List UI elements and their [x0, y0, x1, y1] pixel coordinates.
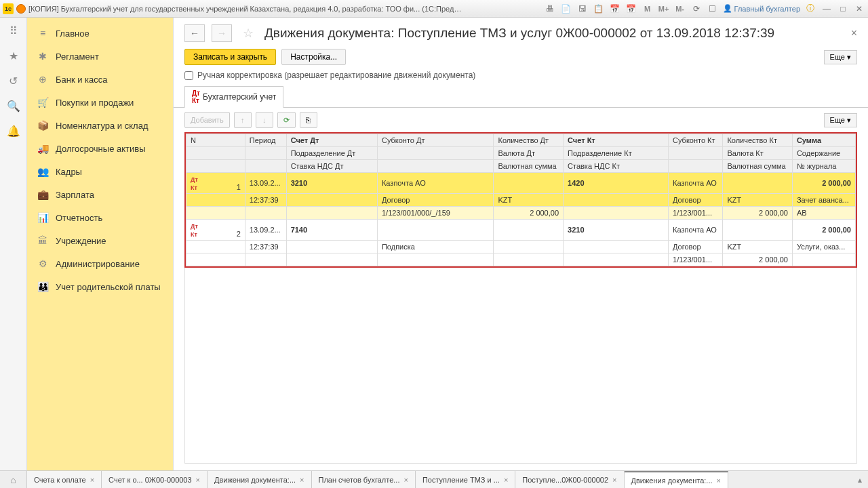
content: ← → ☆ Движения документа: Поступление ТМ…	[174, 18, 868, 470]
close-window-icon[interactable]: ✕	[853, 3, 865, 15]
family-icon: 👪	[37, 281, 49, 292]
bottom-tab[interactable]: Счет к о... 0Ж00-000003×	[102, 471, 208, 488]
bottom-tabs: ⌂ Счета к оплате× Счет к о... 0Ж00-00000…	[0, 470, 868, 488]
manual-edit-checkbox[interactable]	[184, 71, 193, 80]
sidebar-item-assets[interactable]: 🚚Долгосрочные активы	[27, 137, 173, 160]
people-icon: 👥	[37, 166, 49, 177]
cart-icon: 🛒	[37, 97, 49, 108]
m-minus-icon[interactable]: M-	[674, 3, 686, 15]
refresh-button[interactable]: ⟳	[277, 112, 296, 128]
tab-close-icon[interactable]: ×	[300, 476, 304, 484]
table-row[interactable]: 12:37:39ПодпискаДоговорKZTУслуги, оказ..…	[186, 241, 856, 253]
notify-icon[interactable]: 🔔	[7, 125, 20, 138]
tab-close-icon[interactable]: ×	[612, 476, 616, 484]
table-row[interactable]: ДтКт 2 13.09.2...71403210Казпочта АО2 00…	[186, 220, 856, 241]
tab-accounting[interactable]: ДтКт Бухгалтерский учет	[184, 86, 283, 108]
dt-kt-icon: ДтКт	[192, 89, 200, 104]
bank-icon: ⊕	[37, 74, 49, 85]
m-plus-icon[interactable]: M+	[658, 3, 670, 15]
move-down-button[interactable]: ↓	[256, 112, 273, 128]
maximize-icon[interactable]: □	[837, 3, 849, 15]
back-button[interactable]: ←	[184, 24, 205, 42]
app-logo-icon: 1c	[3, 3, 14, 14]
sidebar-item-admin[interactable]: ⚙Администрирование	[27, 252, 173, 275]
briefcase-icon: 💼	[37, 189, 49, 200]
add-button[interactable]: Добавить	[184, 112, 230, 128]
print2-icon[interactable]: 📄	[560, 3, 572, 15]
truck-icon: 🚚	[37, 143, 49, 154]
calc-icon[interactable]: 📅	[625, 3, 637, 15]
sidebar-item-salary[interactable]: 💼Зарплата	[27, 183, 173, 206]
table-row[interactable]: 1/123/001/000/_/1592 000,001/123/001...2…	[186, 207, 856, 220]
apps-icon[interactable]: ⠿	[9, 24, 18, 37]
collapse-tabs-icon[interactable]: ▴	[852, 471, 868, 488]
star-icon[interactable]: ☆	[243, 26, 254, 41]
sidebar-item-stock[interactable]: 📦Номенклатура и склад	[27, 114, 173, 137]
data-table[interactable]: NПериодСчет ДтСубконто ДтКоличество ДтСч…	[186, 134, 856, 266]
calendar-icon[interactable]: 📅	[609, 3, 621, 15]
gear-icon: ⚙	[37, 258, 49, 269]
tab-close-icon[interactable]: ×	[717, 476, 721, 485]
tab-close-icon[interactable]: ×	[90, 476, 94, 484]
settings-button[interactable]: Настройка...	[281, 49, 346, 65]
close-doc-icon[interactable]: ×	[851, 27, 857, 39]
table-row[interactable]: ДтКт 1 13.09.2...3210Казпочта АО1420Казп…	[186, 173, 856, 194]
compare-icon[interactable]: 📋	[593, 3, 605, 15]
bottom-tab-active[interactable]: Движения документа:...×	[625, 471, 728, 488]
search-icon[interactable]: 🔍	[7, 100, 20, 113]
bottom-tab[interactable]: Поступле...0Ж00-000002×	[515, 471, 624, 488]
history-nav-icon[interactable]: ↺	[9, 75, 18, 87]
manual-edit-label: Ручная корректировка (разрешает редактир…	[197, 70, 475, 80]
sidebar-item-main[interactable]: ≡Главное	[27, 22, 173, 45]
table-row[interactable]: 1/123/001...2 000,00	[186, 253, 856, 266]
bottom-tab[interactable]: Движения документа:...×	[208, 471, 311, 488]
bottom-tab[interactable]: Поступление ТМЗ и ...×	[416, 471, 515, 488]
tab-close-icon[interactable]: ×	[196, 476, 200, 484]
sidebar: ≡Главное ✱Регламент ⊕Банк и касса 🛒Покуп…	[27, 18, 174, 470]
history-icon[interactable]: ⟳	[690, 3, 703, 15]
save-icon[interactable]: 🖫	[576, 3, 589, 15]
panel-icon[interactable]: ☐	[707, 3, 719, 15]
dropdown-icon[interactable]	[16, 4, 26, 14]
building-icon: 🏛	[37, 235, 49, 246]
print-icon[interactable]: 🖶	[544, 3, 556, 15]
user-label[interactable]: 👤 Главный бухгалтер	[723, 4, 800, 13]
sidebar-item-org[interactable]: 🏛Учреждение	[27, 229, 173, 252]
sidebar-item-reglament[interactable]: ✱Регламент	[27, 45, 173, 68]
box-icon: 📦	[37, 120, 49, 131]
titlebar: 1c [КОПИЯ] Бухгалтерский учет для госуда…	[0, 0, 868, 18]
bottom-tab[interactable]: Счета к оплате×	[27, 471, 102, 488]
favorite-icon[interactable]: ★	[9, 49, 18, 62]
tab-close-icon[interactable]: ×	[403, 476, 408, 484]
grid: NПериодСчет ДтСубконто ДтКоличество ДтСч…	[184, 132, 857, 268]
minimize-icon[interactable]: —	[821, 3, 833, 15]
reglament-icon: ✱	[37, 51, 49, 62]
m-icon[interactable]: M	[642, 3, 654, 15]
menu-icon: ≡	[37, 28, 49, 39]
sidebar-item-parent[interactable]: 👪Учет родительской платы	[27, 275, 173, 298]
dt-kt-row-icon: ДтКт	[191, 176, 198, 191]
sidebar-item-trade[interactable]: 🛒Покупки и продажи	[27, 91, 173, 114]
table-row[interactable]: 12:37:39ДоговорKZTДоговорKZTЗачет аванса…	[186, 194, 856, 207]
home-tab-icon[interactable]: ⌂	[0, 471, 27, 488]
export-button[interactable]: ⎘	[300, 112, 317, 128]
info-icon[interactable]: ⓘ	[804, 3, 816, 15]
document-title: Движения документа: Поступление ТМЗ и ус…	[264, 26, 774, 41]
grid-more-button[interactable]: Еще ▾	[824, 113, 857, 127]
sidebar-item-bank[interactable]: ⊕Банк и касса	[27, 68, 173, 91]
move-up-button[interactable]: ↑	[234, 112, 252, 128]
tab-close-icon[interactable]: ×	[504, 476, 508, 484]
chart-icon: 📊	[37, 212, 49, 223]
window-title: [КОПИЯ] Бухгалтерский учет для государст…	[28, 5, 462, 13]
sidebar-item-hr[interactable]: 👥Кадры	[27, 160, 173, 183]
save-close-button[interactable]: Записать и закрыть	[184, 49, 276, 65]
iconbar: ⠿ ★ ↺ 🔍 🔔	[0, 18, 27, 470]
grid-empty-area	[184, 268, 857, 464]
forward-button[interactable]: →	[212, 24, 232, 42]
bottom-tab[interactable]: План счетов бухгалте...×	[312, 471, 416, 488]
dt-kt-row-icon: ДтКт	[191, 223, 198, 238]
more-button[interactable]: Еще ▾	[824, 50, 857, 64]
sidebar-item-reports[interactable]: 📊Отчетность	[27, 206, 173, 229]
